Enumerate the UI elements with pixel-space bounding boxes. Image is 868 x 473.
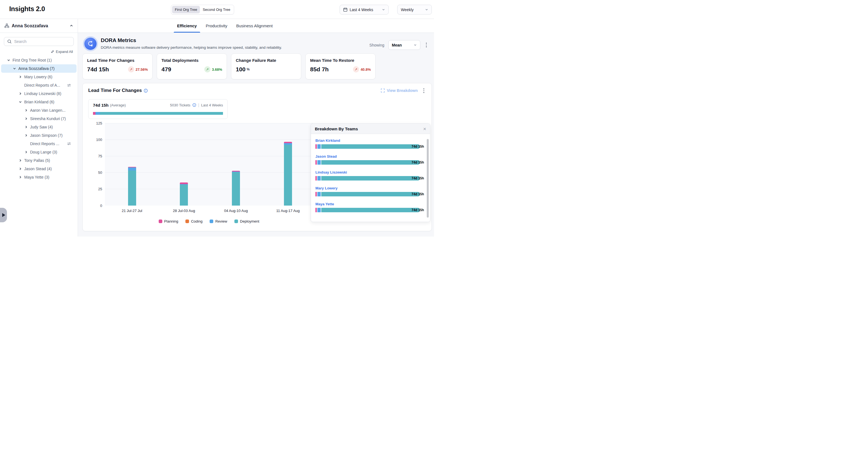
sidebar-owner-name: Anna Scozzafava — [12, 23, 70, 28]
chevron-right-icon[interactable] — [19, 167, 22, 171]
metric-label: Mean Time To Restore — [310, 58, 371, 63]
breakdown-panel-title: Breakdown By Teams — [315, 126, 358, 131]
chart-bar-1[interactable] — [128, 167, 136, 205]
app-title: Insights 2.0 — [9, 5, 45, 13]
lead-time-kebab-menu[interactable] — [422, 87, 426, 94]
tree-item-doug-lange-3[interactable]: Doug Lange (3) — [1, 148, 76, 156]
bar-segment-planning — [315, 192, 317, 197]
chevron-down-icon — [425, 8, 428, 11]
tree-item-lindsay-liszewski-8[interactable]: Lindsay Liszewski (8) — [1, 89, 76, 98]
tab-productivity[interactable]: Productivity — [205, 19, 228, 33]
chart-plot-area — [105, 123, 313, 206]
chevron-down-icon[interactable] — [7, 59, 10, 62]
chevron-right-icon[interactable] — [24, 134, 28, 137]
tree-item-mary-lowery-6[interactable]: Mary Lowery (6) — [1, 73, 76, 81]
info-icon[interactable] — [192, 103, 196, 107]
metric-value: 85d 7h — [310, 66, 329, 73]
lead-time-title: Lead Time For Changes — [88, 88, 142, 93]
org-tree: First Org Tree Root (1)Anna Scozzafava (… — [0, 55, 78, 181]
legend-item-coding[interactable]: Coding — [185, 219, 203, 224]
tree-item-direct-reports-of-a[interactable]: Direct Reports of A... — [1, 81, 76, 89]
trend-up-arrow-icon: ↗ — [353, 66, 359, 72]
chevron-right-icon[interactable] — [24, 117, 28, 120]
dora-metric-cards: Lead Time For Changes74d 15h↗27.56%Total… — [83, 54, 432, 79]
expand-all-button[interactable]: Expand All — [0, 50, 73, 54]
close-icon[interactable]: × — [423, 126, 426, 131]
metric-value: 74d 15h — [87, 66, 109, 73]
search-input[interactable] — [4, 37, 74, 46]
team-name-link[interactable]: Mary Lowery — [315, 186, 424, 190]
chevron-right-icon[interactable] — [19, 75, 22, 79]
trend-up-arrow-icon: ↗ — [128, 66, 134, 72]
tree-item-sireesha-kunduri-7[interactable]: Sireesha Kunduri (7) — [1, 115, 76, 123]
org-tree-option[interactable]: First Org Tree — [172, 6, 200, 13]
bar-segment-deployment — [180, 185, 188, 206]
average-card: 74d 15h (Average) 5030 Tickets | — [88, 99, 228, 119]
tree-item-brian-kirkland-6[interactable]: Brian Kirkland (6) — [1, 98, 76, 106]
legend-item-deployment[interactable]: Deployment — [235, 219, 259, 224]
tab-business-alignment[interactable]: Business Alignment — [236, 19, 273, 33]
tree-item-anna-scozzafava-7[interactable]: Anna Scozzafava (7) — [1, 64, 76, 73]
org-chart-icon — [4, 23, 9, 28]
chevron-down-icon[interactable] — [19, 100, 22, 104]
chart-bar-3[interactable] — [232, 171, 240, 205]
team-stacked-bar[interactable]: 74d 15h — [315, 144, 424, 149]
dora-cycle-icon — [84, 38, 97, 50]
team-name-link[interactable]: Maya Yette — [315, 202, 424, 206]
team-name-link[interactable]: Jason Stead — [315, 154, 424, 158]
panel-scrollbar[interactable] — [427, 139, 429, 217]
breakdown-panel-body: Brian Kirkland74d 15hJason Stead74d 15hL… — [311, 134, 430, 222]
tree-item-aaron-van-langen[interactable]: Aaron Van Langen... — [1, 106, 76, 115]
bar-segment-planning — [315, 176, 317, 180]
bar-segment-deployment — [321, 144, 420, 149]
info-icon[interactable] — [144, 89, 148, 93]
team-name-link[interactable]: Brian Kirkland — [315, 139, 424, 143]
tree-item-label: Sireesha Kunduri (7) — [30, 116, 66, 121]
dora-kebab-menu[interactable] — [424, 41, 429, 49]
tree-item-jason-simpson-7[interactable]: Jason Simpson (7) — [1, 131, 76, 140]
tree-item-jason-stead-4[interactable]: Jason Stead (4) — [1, 165, 76, 173]
chevron-right-icon[interactable] — [24, 109, 28, 112]
chevron-up-icon[interactable] — [70, 24, 73, 28]
team-stacked-bar[interactable]: 74d 15h — [315, 192, 424, 197]
chart-bar-2[interactable] — [180, 182, 188, 205]
chart-bar-4[interactable] — [284, 142, 292, 206]
chevron-right-icon[interactable] — [24, 150, 28, 154]
tree-item-label: Direct Reports of A... — [24, 83, 60, 87]
average-bar-segment-deployment — [100, 112, 223, 115]
metric-label: Total Deployments — [161, 58, 222, 63]
tree-item-judy-saw-4[interactable]: Judy Saw (4) — [1, 123, 76, 131]
legend-item-review[interactable]: Review — [210, 219, 227, 224]
view-breakdown-button[interactable]: View Breakdown — [381, 88, 417, 93]
y-axis-tick: 75 — [88, 154, 102, 158]
sidebar-collapse-handle[interactable] — [0, 208, 7, 222]
tree-item-direct-reports[interactable]: Direct Reports ... — [1, 140, 76, 148]
chevron-right-icon[interactable] — [24, 125, 28, 129]
team-stacked-bar[interactable]: 74d 15h — [315, 176, 424, 180]
team-stacked-bar[interactable]: 74d 15h — [315, 208, 424, 212]
trend-up-arrow-icon: ↗ — [204, 66, 211, 72]
filters-icon[interactable] — [67, 142, 71, 146]
tree-item-tony-pallas-5[interactable]: Tony Pallas (5) — [1, 156, 76, 165]
tree-item-maya-yette-3[interactable]: Maya Yette (3) — [1, 173, 76, 181]
tree-item-label: First Org Tree Root (1) — [12, 58, 52, 62]
tree-item-first-org-tree-root-1[interactable]: First Org Tree Root (1) — [1, 56, 76, 64]
chevron-down-icon[interactable] — [12, 67, 17, 70]
chevron-right-icon[interactable] — [19, 159, 22, 162]
granularity-select[interactable]: Weekly — [397, 5, 432, 14]
legend-item-planning[interactable]: Planning — [159, 219, 179, 224]
chevron-right-icon[interactable] — [19, 176, 22, 179]
tab-efficiency[interactable]: Efficiency — [177, 19, 197, 33]
filters-icon[interactable] — [67, 83, 71, 87]
chevron-right-icon[interactable] — [19, 92, 22, 95]
sidebar-header[interactable]: Anna Scozzafava — [0, 19, 78, 33]
bar-segment-planning — [315, 208, 317, 212]
bar-segment-review — [317, 208, 321, 212]
date-range-select[interactable]: Last 4 Weeks — [340, 5, 389, 14]
org-tree-option[interactable]: Second Org Tree — [200, 6, 233, 13]
team-row-mary-lowery: Mary Lowery74d 15h — [315, 186, 424, 197]
team-name-link[interactable]: Lindsay Liszewski — [315, 170, 424, 174]
team-stacked-bar[interactable]: 74d 15h — [315, 160, 424, 165]
showing-select[interactable]: Mean — [389, 40, 421, 50]
team-row-lindsay-liszewski: Lindsay Liszewski74d 15h — [315, 170, 424, 180]
